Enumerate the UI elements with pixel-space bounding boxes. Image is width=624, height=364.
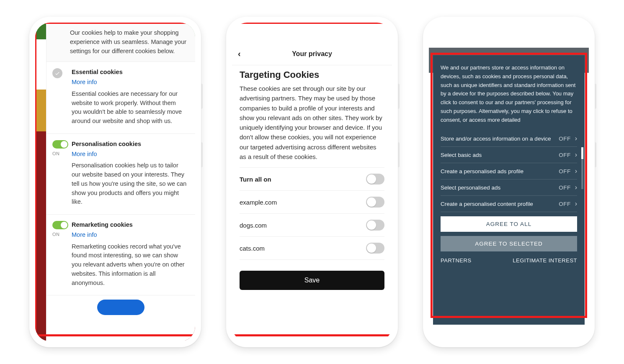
section-body: Essential cookies are necessary for our … — [72, 90, 187, 126]
header-title: Your privacy — [292, 50, 332, 58]
phone-screen-3: We and our partners store or access info… — [429, 23, 589, 341]
chevron-right-icon: › — [575, 151, 577, 159]
purpose-row[interactable]: Create a personalised ads profile OFF › — [441, 163, 577, 179]
more-info-link[interactable]: More info — [72, 78, 187, 87]
row-label: cats.com — [240, 245, 265, 252]
purpose-row[interactable]: Select personalised ads OFF › — [441, 179, 577, 196]
cookie-section-personalisation: ON Personalisation cookies More info Per… — [46, 134, 195, 215]
consent-panel: We and our partners store or access info… — [433, 55, 585, 325]
phone-mockup-1: Our cookies help to make your shopping e… — [29, 17, 201, 347]
purpose-label: Store and/or access information on a dev… — [441, 136, 551, 142]
chevron-right-icon: › — [575, 135, 577, 142]
section-title: Essential cookies — [72, 68, 187, 77]
cookie-settings-panel: Our cookies help to make your shopping e… — [46, 23, 195, 341]
toggle-row: example.com — [240, 191, 384, 214]
chevron-right-icon: › — [575, 200, 577, 208]
targeting-cookies-panel: ‹ Your privacy Targeting Cookies These c… — [232, 23, 392, 341]
purpose-state: OFF — [559, 201, 571, 207]
legitimate-interest-link[interactable]: LEGITIMATE INTEREST — [513, 257, 577, 264]
section-body: Remarketing cookies record what you've f… — [72, 242, 187, 288]
phone-side-button — [201, 84, 203, 109]
chevron-right-icon: › — [575, 167, 577, 175]
cookie-section-essential: Essential cookies More info Essential co… — [46, 62, 195, 134]
purpose-state: OFF — [559, 185, 571, 191]
toggle-row-turn-all-on: Turn all on — [240, 167, 384, 191]
partners-link[interactable]: PARTNERS — [441, 257, 472, 264]
toggle-state-label: ON — [52, 231, 70, 238]
switch-off[interactable] — [366, 243, 384, 254]
switch-off[interactable] — [366, 174, 384, 185]
toggle-on-icon[interactable] — [52, 140, 68, 149]
intro-text: Our cookies help to make your shopping e… — [46, 23, 195, 62]
phone-side-button — [595, 142, 596, 167]
agree-to-all-button[interactable]: AGREE TO ALL — [441, 216, 577, 232]
phone-mockup-3: We and our partners store or access info… — [423, 17, 595, 347]
phone-screen-1: Our cookies help to make your shopping e… — [35, 23, 195, 341]
panel-heading: Targeting Cookies — [240, 69, 384, 80]
purpose-label: Create a personalised ads profile — [441, 168, 523, 174]
purpose-row[interactable]: Store and/or access information on a dev… — [441, 131, 577, 147]
purpose-state: OFF — [559, 168, 571, 174]
phone-mockup-2: ‹ Your privacy Targeting Cookies These c… — [226, 17, 398, 347]
agree-to-selected-button[interactable]: AGREE TO SELECTED — [441, 236, 577, 251]
bottom-whitespace — [429, 325, 589, 341]
panel-description: These cookies are set through our site b… — [240, 84, 384, 161]
phone-side-button — [201, 142, 203, 167]
phone-side-button — [398, 84, 400, 109]
purpose-row[interactable]: Select basic ads OFF › — [441, 147, 577, 163]
purpose-row[interactable]: Create a personalised content profile OF… — [441, 196, 577, 212]
save-button[interactable]: Save — [240, 271, 384, 290]
more-info-link[interactable]: More info — [72, 150, 187, 159]
chevron-right-icon: › — [575, 184, 577, 191]
scrollbar-track[interactable] — [581, 147, 583, 189]
consent-footer: PARTNERS LEGITIMATE INTEREST — [441, 257, 577, 264]
phone-side-button — [595, 84, 596, 109]
scrollbar-thumb[interactable] — [581, 147, 583, 159]
cookie-section-remarketing: ON Remarketing cookies More info Remarke… — [46, 215, 195, 295]
check-icon — [52, 68, 62, 78]
section-title: Remarketing cookies — [72, 220, 187, 230]
purpose-state: OFF — [559, 136, 571, 142]
toggle-state-label: ON — [52, 150, 70, 157]
row-label: example.com — [240, 199, 277, 206]
consent-intro-text: We and our partners store or access info… — [441, 64, 577, 126]
row-label: Turn all on — [240, 176, 271, 183]
row-label: dogs.com — [240, 222, 267, 229]
panel-header: ‹ Your privacy — [232, 43, 392, 65]
back-chevron-icon[interactable]: ‹ — [238, 49, 241, 59]
top-whitespace — [429, 23, 589, 48]
more-info-link[interactable]: More info — [72, 231, 187, 240]
section-body: Personalisation cookies help us to tailo… — [72, 161, 187, 207]
toggle-on-icon[interactable] — [52, 221, 68, 229]
switch-off[interactable] — [366, 220, 384, 231]
switch-off[interactable] — [366, 197, 384, 208]
toggle-row: cats.com — [240, 237, 384, 260]
purpose-state: OFF — [559, 152, 571, 158]
save-button-wrap — [46, 295, 195, 315]
purpose-label: Create a personalised content profile — [441, 201, 533, 207]
phone-side-button — [398, 142, 400, 167]
purpose-label: Select personalised ads — [441, 185, 500, 191]
save-button[interactable] — [97, 300, 145, 315]
purpose-label: Select basic ads — [441, 152, 482, 158]
section-title: Personalisation cookies — [72, 140, 187, 149]
phone-screen-2: ‹ Your privacy Targeting Cookies These c… — [232, 23, 392, 341]
toggle-row: dogs.com — [240, 214, 384, 237]
